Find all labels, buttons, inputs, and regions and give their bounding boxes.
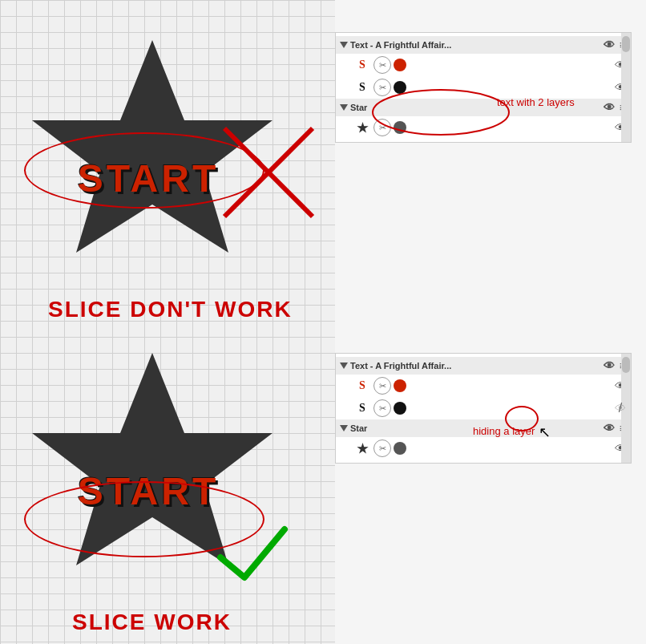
top-star-group: START (16, 32, 289, 289)
bottom-text-layer-row1[interactable]: S ✂ 👁 (336, 375, 631, 397)
bottom-star-icon: ★ (353, 439, 371, 457)
panel-top-scrollbar[interactable] (621, 33, 631, 142)
bottom-scissors-icon-row3: ✂ (373, 439, 391, 457)
scissors-icon-row1: ✂ (373, 56, 391, 74)
bottom-group1-triangle (340, 363, 348, 369)
bottom-layers-panel: Text - A Frightful Affair... 👁 ≡ S ✂ 👁 S… (335, 353, 632, 464)
bottom-color-dot-black2 (394, 402, 406, 415)
bottom-color-dot-gray (394, 442, 406, 455)
color-dot-red (394, 59, 406, 71)
svg-marker-3 (32, 353, 273, 565)
scrollbar-thumb-bottom[interactable] (622, 357, 630, 373)
svg-marker-0 (32, 40, 273, 253)
scrollbar-thumb-top[interactable] (622, 36, 630, 52)
bottom-star-layer-row1[interactable]: ★ ✂ 👁 (336, 437, 631, 460)
top-layers-panel: Text - A Frightful Affair... 👁 ≡ S ✂ 👁 S… (335, 32, 632, 143)
eye-slash: / (619, 401, 622, 415)
group2-triangle (340, 104, 348, 111)
bottom-scissors-icon-row2: ✂ (373, 399, 391, 417)
bottom-scissors-icon-row1: ✂ (373, 377, 391, 395)
text-layer-row1[interactable]: S ✂ 👁 (336, 54, 631, 76)
s-red-icon: S (353, 56, 371, 74)
bottom-color-dot-red (394, 379, 406, 392)
bottom-group2-triangle (340, 425, 348, 431)
star-icon: ★ (353, 119, 371, 136)
bottom-text-layer-group-name: Text - A Frightful Affair... (350, 361, 604, 371)
top-star-svg (16, 32, 289, 273)
text-group-eye-icon[interactable]: 👁 (604, 38, 615, 51)
text-layer-row2[interactable]: S ✂ 👁 (336, 76, 631, 99)
bottom-text-layer-group-header[interactable]: Text - A Frightful Affair... 👁 ≡ (336, 357, 631, 375)
bottom-star-group: START (16, 345, 289, 601)
star-layer-group-header[interactable]: Star 👁 ≡ (336, 99, 631, 116)
scissors-icon-row3: ✂ (373, 119, 391, 136)
group1-triangle (340, 42, 348, 48)
text-layer-group-name: Text - A Frightful Affair... (350, 40, 604, 50)
color-dot-black (394, 81, 406, 94)
bottom-s-black-icon: S (353, 399, 371, 417)
bottom-star-svg (16, 345, 289, 585)
star-group-eye-icon[interactable]: 👁 (604, 101, 615, 114)
color-dot-gray (394, 121, 406, 134)
bottom-text-group-eye-icon[interactable]: 👁 (604, 359, 615, 372)
s-black-icon: S (353, 79, 371, 96)
star-layer-group-name: Star (350, 103, 604, 112)
star-layer-row1[interactable]: ★ ✂ 👁 (336, 116, 631, 139)
bottom-row2-eye-hidden-icon[interactable]: 👁 / (615, 402, 626, 415)
bottom-star-layer-group-name: Star (350, 423, 604, 433)
bottom-star-group-eye-icon[interactable]: 👁 (604, 422, 615, 435)
scissors-icon-row2: ✂ (373, 79, 391, 96)
bottom-star-layer-group-header[interactable]: Star 👁 ≡ (336, 419, 631, 437)
bottom-text-layer-row2[interactable]: S ✂ 👁 / (336, 397, 631, 419)
bottom-s-red-icon: S (353, 377, 371, 395)
text-layer-group-header[interactable]: Text - A Frightful Affair... 👁 ≡ (336, 36, 631, 54)
